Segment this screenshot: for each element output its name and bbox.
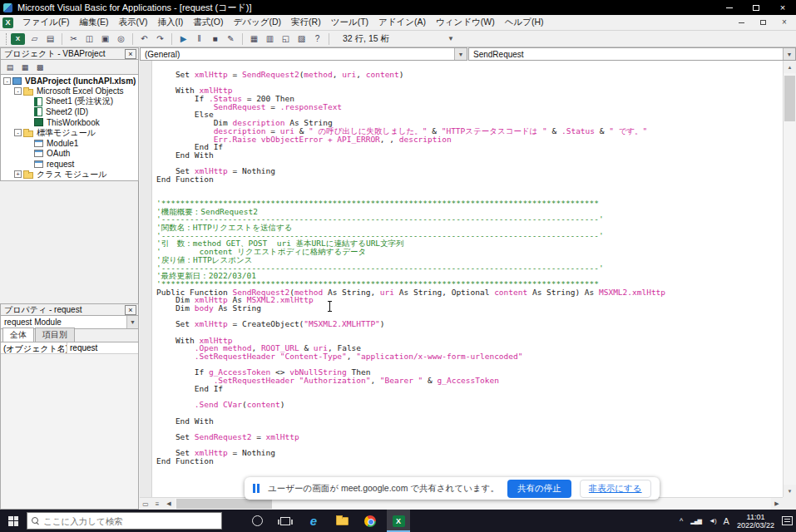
menu-item-9[interactable]: ウィンドウ(W) xyxy=(431,15,500,28)
code-token: "MSXML2.XMLHTTP" xyxy=(304,319,380,328)
full-module-view-button[interactable]: ≡ xyxy=(151,498,163,510)
network-icon[interactable]: ▂▄▆ xyxy=(690,518,701,525)
properties-close-button[interactable]: × xyxy=(125,305,136,315)
speaker-icon[interactable]: ◄) xyxy=(709,517,716,525)
chrome-button[interactable] xyxy=(358,510,382,532)
minimize-button[interactable] xyxy=(716,0,743,15)
close-button[interactable]: × xyxy=(769,0,796,15)
ime-mode-indicator[interactable]: A xyxy=(724,516,729,526)
tree-item-3[interactable]: +Sheet2 (ID) xyxy=(1,107,138,118)
child-minimize-button[interactable] xyxy=(734,17,748,28)
search-input[interactable] xyxy=(43,516,201,526)
property-value[interactable]: request xyxy=(67,342,138,353)
cortana-button[interactable] xyxy=(245,510,269,532)
procedure-combo[interactable]: SendRequest ▼ xyxy=(468,47,796,61)
scroll-down-arrow[interactable]: ▼ xyxy=(784,485,796,497)
cut-button[interactable]: ✂ xyxy=(66,32,82,46)
reset-button[interactable]: ■ xyxy=(207,32,223,46)
tab-categorized[interactable]: 項目別 xyxy=(35,328,75,342)
scroll-right-arrow[interactable]: ▶ xyxy=(771,498,783,510)
child-close-button[interactable]: × xyxy=(778,17,791,28)
insert-object-button[interactable]: ▱ xyxy=(27,32,42,46)
properties-titlebar[interactable]: プロパティ - request × xyxy=(0,303,139,316)
property-row[interactable]: (オブジェクト名) request xyxy=(1,342,138,354)
tree-item-10[interactable]: +VBAProject (test.xlsm) xyxy=(1,180,138,181)
redo-button[interactable]: ↷ xyxy=(152,32,168,46)
tree-item-8[interactable]: +request xyxy=(1,159,138,170)
chevron-down-icon[interactable]: ▼ xyxy=(783,48,795,60)
start-button[interactable] xyxy=(0,510,27,532)
find-button[interactable]: ◎ xyxy=(113,32,129,46)
chevron-down-icon[interactable]: ▼ xyxy=(126,316,138,328)
vertical-scroll-thumb[interactable] xyxy=(784,76,795,121)
taskbar-clock[interactable]: 11:01 2022/03/22 xyxy=(737,513,774,530)
object-combo[interactable]: (General) ▼ xyxy=(140,47,467,61)
menu-item-4[interactable]: 書式(O) xyxy=(188,15,228,28)
horizontal-scroll-thumb[interactable] xyxy=(176,499,272,509)
hide-bar-button[interactable]: 非表示にする xyxy=(580,480,651,498)
view-object-button[interactable]: ▦ xyxy=(18,62,32,73)
hidden-icons-chevron[interactable]: ^ xyxy=(680,517,683,525)
horizontal-scroll-track[interactable] xyxy=(175,498,771,510)
undo-button[interactable]: ↶ xyxy=(136,32,152,46)
project-explorer-titlebar[interactable]: プロジェクト - VBAProject × xyxy=(0,47,139,60)
menu-item-1[interactable]: 編集(E) xyxy=(74,15,113,28)
menu-item-5[interactable]: デバッグ(D) xyxy=(229,15,287,28)
design-mode-button[interactable]: ✎ xyxy=(223,32,239,46)
maximize-button[interactable] xyxy=(743,0,769,15)
scroll-left-arrow[interactable]: ◀ xyxy=(163,498,175,510)
view-excel-button[interactable] xyxy=(11,33,25,45)
help-button[interactable]: ? xyxy=(309,32,325,46)
task-view-button[interactable] xyxy=(274,510,297,532)
paste-button[interactable]: ▣ xyxy=(97,32,113,46)
tab-alphabetic[interactable]: 全体 xyxy=(2,328,34,342)
stop-sharing-button[interactable]: 共有の停止 xyxy=(507,480,571,498)
break-button[interactable]: ‖ xyxy=(191,32,207,46)
tree-item-9[interactable]: +クラス モジュール xyxy=(1,170,138,180)
taskbar-search[interactable] xyxy=(27,512,222,530)
save-button[interactable]: ▤ xyxy=(42,32,58,46)
file-explorer-button[interactable] xyxy=(330,510,354,532)
tree-item-0[interactable]: -VBAProject (lunchAPI.xlsm) xyxy=(1,76,138,86)
tree-item-5[interactable]: -標準モジュール xyxy=(1,128,138,139)
tree-expander[interactable]: + xyxy=(14,170,22,178)
vertical-scrollbar[interactable]: ▲ ▼ xyxy=(783,61,796,497)
menu-item-0[interactable]: ファイル(F) xyxy=(17,15,74,28)
menu-item-8[interactable]: アドイン(A) xyxy=(373,15,431,28)
tree-item-1[interactable]: -Microsoft Excel Objects xyxy=(1,86,138,97)
copy-button[interactable]: ◫ xyxy=(82,32,97,46)
code-editor[interactable]: Set xmlHttp = SendRequest2(method, uri, … xyxy=(152,61,783,497)
tree-item-2[interactable]: +Sheet1 (受注状況) xyxy=(1,96,138,107)
menu-item-10[interactable]: ヘルプ(H) xyxy=(500,15,549,28)
menu-item-6[interactable]: 実行(R) xyxy=(286,15,326,28)
tree-expander[interactable]: - xyxy=(3,77,11,85)
object-browser-button[interactable]: ◱ xyxy=(278,32,294,46)
action-center-icon[interactable] xyxy=(782,516,793,525)
project-explorer-button[interactable]: ▦ xyxy=(246,32,262,46)
properties-window-button[interactable]: ▥ xyxy=(262,32,278,46)
code-line-14: End Function xyxy=(156,175,783,184)
run-button[interactable]: ▶ xyxy=(176,32,191,46)
excel-icon[interactable] xyxy=(2,17,13,28)
menu-item-3[interactable]: 挿入(I) xyxy=(152,15,188,28)
view-code-button[interactable]: ▤ xyxy=(3,62,17,73)
toolbox-button[interactable]: ▨ xyxy=(294,32,309,46)
excel-button[interactable]: X xyxy=(387,510,410,532)
toggle-folders-button[interactable]: ▩ xyxy=(33,62,47,73)
edge-button[interactable]: e xyxy=(302,510,325,532)
chevron-down-icon[interactable]: ▼ xyxy=(454,48,467,60)
scroll-up-arrow[interactable]: ▲ xyxy=(784,61,796,73)
tree-expander[interactable]: - xyxy=(14,87,22,95)
child-restore-button[interactable] xyxy=(756,17,769,28)
tree-item-4[interactable]: +ThisWorkbook xyxy=(1,117,138,128)
toolbar-options-chevron[interactable]: ▼ xyxy=(447,35,454,42)
procedure-view-button[interactable]: ▭ xyxy=(140,498,151,510)
tree-item-7[interactable]: +OAuth xyxy=(1,149,138,160)
project-explorer-close-button[interactable]: × xyxy=(125,49,136,59)
tree-item-6[interactable]: +Module1 xyxy=(1,138,138,149)
toolbar-grip[interactable] xyxy=(6,33,8,45)
menu-item-2[interactable]: 表示(V) xyxy=(113,15,152,28)
tree-expander[interactable]: - xyxy=(14,129,22,136)
menu-item-7[interactable]: ツール(T) xyxy=(326,15,373,28)
margin-indicator-bar[interactable] xyxy=(140,61,152,497)
